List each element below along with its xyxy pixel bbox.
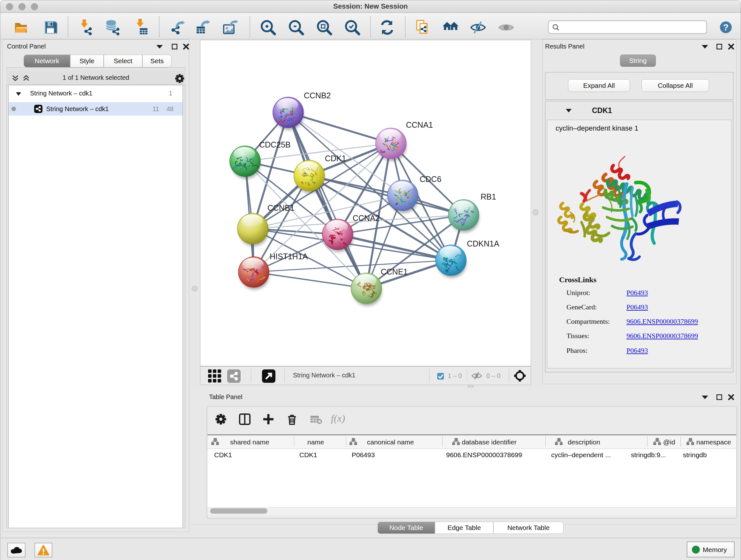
svg-text:CCNB2: CCNB2	[304, 91, 331, 100]
svg-text:CCNE1: CCNE1	[381, 267, 408, 276]
svg-text:CDK1: CDK1	[325, 154, 346, 163]
svg-text:CDC6: CDC6	[420, 175, 441, 184]
svg-text:CCNA1: CCNA1	[406, 120, 433, 129]
svg-text:CCNB1: CCNB1	[267, 203, 294, 212]
svg-text:HIST1H1A: HIST1H1A	[270, 252, 308, 261]
svg-text:CDC25B: CDC25B	[259, 140, 291, 149]
svg-text:CDKN1A: CDKN1A	[467, 239, 499, 248]
svg-text:CCNA2: CCNA2	[353, 213, 380, 223]
svg-text:RB1: RB1	[481, 192, 496, 201]
